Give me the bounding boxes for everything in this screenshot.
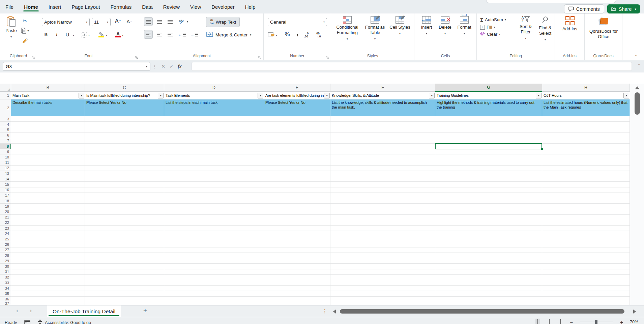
- row-header-35[interactable]: 35: [0, 291, 11, 296]
- row-header-33[interactable]: 33: [0, 280, 11, 286]
- tab-splitter-dots-icon[interactable]: ⋮: [322, 308, 327, 314]
- header-cell-B1[interactable]: Main Task▼: [11, 92, 85, 99]
- qorusdocs-button[interactable]: QorusDocs for Office: [587, 16, 620, 39]
- description-cell-F2[interactable]: List the knowledge, skills & attitude ne…: [330, 99, 435, 116]
- align-right-button[interactable]: [166, 30, 174, 38]
- borders-button[interactable]: [80, 31, 88, 39]
- column-header-D[interactable]: D: [164, 84, 264, 92]
- row-header-28[interactable]: 28: [0, 253, 11, 258]
- row-header-23[interactable]: 23: [0, 226, 11, 231]
- row-header-17[interactable]: 17: [0, 193, 11, 198]
- header-cell-F1[interactable]: Knowledge, Skills, & Attitude▼: [330, 92, 435, 99]
- formula-bar-collapse-icon[interactable]: ⌃: [638, 63, 641, 67]
- row-header-7[interactable]: 7: [0, 138, 11, 144]
- insert-cells-button[interactable]: ← Insert ▾: [418, 16, 435, 36]
- row-header-16[interactable]: 16: [0, 187, 11, 193]
- font-color-button[interactable]: A: [114, 30, 122, 38]
- increase-decimal-button[interactable]: ←0.00: [304, 31, 312, 39]
- bold-button[interactable]: B: [42, 30, 50, 38]
- row-header-1[interactable]: 1: [0, 92, 11, 99]
- decrease-indent-button[interactable]: ←: [178, 30, 186, 38]
- column-header-E[interactable]: E: [264, 84, 330, 92]
- menu-tab-file[interactable]: File: [5, 1, 14, 13]
- delete-cells-button[interactable]: ✕ Delete ▾: [437, 16, 453, 36]
- zoom-level[interactable]: 70%: [630, 320, 641, 324]
- row-header-14[interactable]: 14: [0, 176, 11, 182]
- scroll-up-arrow-icon[interactable]: [635, 86, 640, 89]
- align-center-button[interactable]: [155, 30, 163, 38]
- comma-style-button[interactable]: ,: [293, 28, 301, 36]
- menu-tab-review[interactable]: Review: [163, 1, 180, 13]
- fill-color-button[interactable]: [97, 30, 105, 38]
- row-header-34[interactable]: 34: [0, 286, 11, 291]
- row-header-25[interactable]: 25: [0, 236, 11, 242]
- decrease-decimal-button[interactable]: .00→.0: [316, 31, 324, 39]
- orientation-button[interactable]: ab: [178, 18, 186, 26]
- column-header-H[interactable]: H: [542, 84, 630, 92]
- filter-dropdown-button[interactable]: ▼: [324, 93, 330, 98]
- header-cell-G1[interactable]: Training Guidelines▼: [435, 92, 542, 99]
- zoom-in-button[interactable]: +: [620, 319, 623, 324]
- format-painter-button[interactable]: [21, 36, 29, 45]
- italic-button[interactable]: I: [53, 30, 61, 38]
- wrap-text-button[interactable]: abc↩ Wrap Text: [206, 17, 239, 27]
- middle-align-button[interactable]: [155, 18, 163, 26]
- bottom-align-button[interactable]: [166, 18, 174, 26]
- zoom-slider[interactable]: [580, 322, 613, 322]
- row-header-15[interactable]: 15: [0, 182, 11, 187]
- menu-tab-formulas[interactable]: Formulas: [110, 1, 133, 13]
- horizontal-scrollbar-thumb[interactable]: [340, 309, 624, 314]
- cell-styles-button[interactable]: 🖉 Cell Styles ▾: [389, 16, 411, 36]
- addins-button[interactable]: Add-ins: [560, 16, 579, 32]
- vertical-scrollbar-thumb[interactable]: [635, 92, 640, 115]
- column-header-G[interactable]: G: [435, 84, 542, 92]
- prev-sheet-button[interactable]: ‹: [16, 307, 18, 314]
- autosum-button[interactable]: Σ AutoSum ▾: [480, 17, 506, 23]
- increase-indent-button[interactable]: →: [190, 30, 198, 38]
- description-cell-B2[interactable]: Describe the main tasks: [11, 99, 85, 116]
- number-dialog-launcher[interactable]: [326, 55, 329, 58]
- description-cell-H2[interactable]: List the estimated hours (Numeric values…: [542, 99, 630, 116]
- row-header-13[interactable]: 13: [0, 171, 11, 176]
- row-header-12[interactable]: 12: [0, 166, 11, 171]
- format-as-table-button[interactable]: 🖉 Format as Table ▾: [363, 16, 387, 42]
- fill-handle[interactable]: [541, 148, 543, 150]
- row-header-4[interactable]: 4: [0, 122, 11, 127]
- sort-filter-button[interactable]: AZ Sort & Filter ▾: [517, 16, 535, 41]
- menu-tab-developer[interactable]: Developer: [211, 1, 235, 13]
- description-cell-D2[interactable]: List the steps in each main task: [164, 99, 264, 116]
- font-name-combo[interactable]: Aptos Narrow ▾: [42, 18, 90, 26]
- collapse-ribbon-button[interactable]: ⌄: [635, 53, 638, 57]
- clear-button[interactable]: Clear ▾: [480, 32, 506, 37]
- row-header-11[interactable]: 11: [0, 160, 11, 166]
- row-header-20[interactable]: 20: [0, 209, 11, 214]
- paste-button[interactable]: Paste ▾: [3, 16, 19, 40]
- accessibility-status[interactable]: Accessibility: Good to go: [45, 320, 91, 324]
- decrease-font-size-button[interactable]: A⌄: [125, 17, 134, 25]
- comments-button[interactable]: Comments: [564, 4, 604, 13]
- column-header-F[interactable]: F: [330, 84, 435, 92]
- row-header-21[interactable]: 21: [0, 215, 11, 220]
- row-header-31[interactable]: 31: [0, 269, 11, 275]
- number-format-combo[interactable]: General ▾: [268, 18, 327, 26]
- insert-function-button[interactable]: fx: [178, 63, 182, 69]
- row-header-8[interactable]: 8: [0, 144, 11, 149]
- font-dialog-launcher[interactable]: [135, 55, 138, 58]
- normal-view-button[interactable]: [535, 319, 540, 324]
- header-cell-C1[interactable]: Is Main task fullfilled during internshi…: [85, 92, 164, 99]
- copy-button[interactable]: ▾: [21, 27, 29, 35]
- menu-tab-page-layout[interactable]: Page Layout: [71, 1, 100, 13]
- row-header-27[interactable]: 27: [0, 247, 11, 253]
- row-header-29[interactable]: 29: [0, 258, 11, 264]
- filter-dropdown-button[interactable]: ▼: [536, 93, 541, 98]
- row-header-2[interactable]: 2: [0, 99, 11, 116]
- vertical-scrollbar[interactable]: [630, 84, 644, 305]
- row-header-18[interactable]: 18: [0, 198, 11, 204]
- sheet-tab-active[interactable]: On-The-Job Training Detail: [47, 305, 121, 317]
- format-cells-button[interactable]: ⊢⊣ Format ▾: [456, 16, 473, 36]
- top-align-button[interactable]: [144, 18, 152, 26]
- enter-button[interactable]: ✓: [170, 63, 174, 69]
- header-cell-E1[interactable]: Are task elements fullfilled during in▼: [264, 92, 330, 99]
- menu-tab-help[interactable]: Help: [244, 1, 256, 13]
- page-break-view-button[interactable]: [558, 319, 563, 324]
